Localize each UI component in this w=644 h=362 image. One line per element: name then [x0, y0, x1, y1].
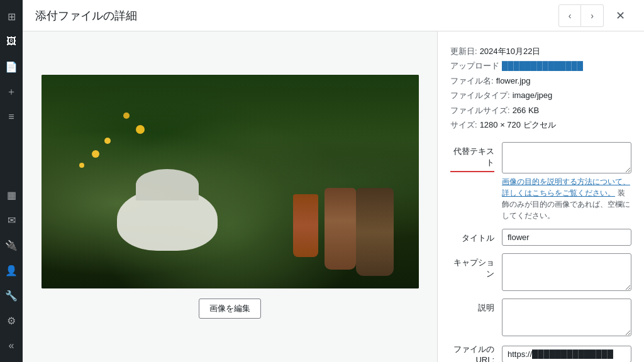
filename-row: ファイル名: flower.jpg [450, 74, 631, 88]
image-preview [42, 75, 419, 288]
comment-icon[interactable]: ✉ [0, 209, 23, 231]
dashboard-icon[interactable]: ⊞ [0, 5, 23, 28]
description-input-wrap [502, 299, 631, 336]
header: 添付ファイルの詳細 ‹ › ✕ [23, 0, 644, 31]
image-panel: 画像を編集 [23, 31, 438, 362]
upload-label: アップロード [450, 58, 499, 73]
settings-icon[interactable]: ⚙ [0, 309, 23, 332]
header-nav: ‹ › ✕ [558, 4, 631, 27]
url-input[interactable] [502, 346, 631, 362]
bottle1-decoration [293, 194, 318, 257]
flower-dot [104, 138, 111, 144]
title-input[interactable] [502, 229, 631, 246]
caption-label: キャプション [450, 253, 494, 280]
caption-input-wrap [502, 253, 631, 291]
body-area: 画像を編集 更新日: 2024年10月22日 アップロード ██████████… [23, 31, 644, 362]
dimensions-value: 1280 × 720 ピクセル [480, 118, 556, 132]
block-icon[interactable]: ▦ [0, 184, 23, 206]
main-content: 添付ファイルの詳細 ‹ › ✕ [23, 0, 644, 362]
filesize-row: ファイルサイズ: 266 KB [450, 103, 631, 118]
filetype-label: ファイルタイプ: [450, 88, 510, 102]
page-title: 添付ファイルの詳細 [35, 8, 137, 23]
close-button[interactable]: ✕ [609, 4, 631, 27]
filetype-value: image/jpeg [513, 88, 553, 102]
tool-icon[interactable]: 🔧 [0, 284, 23, 307]
caption-input[interactable] [502, 253, 631, 291]
bottle3-decoration [356, 188, 394, 276]
mortar-decoration [117, 188, 218, 251]
updated-row: 更新日: 2024年10月22日 [450, 44, 631, 58]
updated-value: 2024年10月22日 [480, 44, 541, 58]
filetype-row: ファイルタイプ: image/jpeg [450, 88, 631, 102]
flower-dot [123, 112, 130, 119]
alt-text-label[interactable]: 代替テキスト [450, 146, 494, 172]
caption-row: キャプション [450, 253, 631, 291]
form-section: 代替テキスト 画像の目的を説明する方法について、詳しくはこちらをご覧ください。 … [450, 142, 631, 362]
sidebar: ⊞ 🖼 📄 ＋ ≡ ▦ ✉ 🔌 👤 🔧 ⚙ « [0, 0, 23, 362]
description-label: 説明 [450, 299, 494, 314]
url-label: ファイルの URL: [450, 344, 494, 362]
flower-dot [79, 163, 84, 168]
title-label: タイトル [450, 229, 494, 244]
flower-dot [136, 125, 145, 134]
filesize-value: 266 KB [513, 103, 540, 118]
media-icon[interactable]: 🖼 [0, 30, 23, 53]
title-row: タイトル [450, 229, 631, 246]
updated-label: 更新日: [450, 44, 477, 58]
alt-text-input[interactable] [502, 142, 631, 173]
flower-dot [92, 150, 99, 158]
next-button[interactable]: › [581, 4, 604, 27]
bottle2-decoration [325, 188, 356, 270]
user-icon[interactable]: 👤 [0, 259, 23, 282]
title-input-wrap [502, 229, 631, 246]
prev-button[interactable]: ‹ [558, 4, 581, 27]
alt-text-label-wrap: 代替テキスト [450, 142, 494, 177]
dimensions-row: サイズ: 1280 × 720 ピクセル [450, 118, 631, 132]
alt-text-link-wrap: 画像の目的を説明する方法について、詳しくはこちらをご覧ください。 装飾のみが目的… [502, 176, 631, 221]
upload-row: アップロード ██████████████ [450, 58, 631, 73]
url-section: ファイルの URL: URL をクリップボードにコピー [450, 344, 631, 362]
collapse-icon[interactable]: « [0, 334, 23, 357]
new-icon[interactable]: ＋ [0, 80, 23, 103]
alt-text-row: 代替テキスト 画像の目的を説明する方法について、詳しくはこちらをご覧ください。 … [450, 142, 631, 221]
filesize-label: ファイルサイズ: [450, 103, 510, 118]
filename-label: ファイル名: [450, 74, 494, 88]
plugin-icon[interactable]: 🔌 [0, 234, 23, 256]
alt-text-link[interactable]: 画像の目的を説明する方法について、詳しくはこちらをご覧ください。 [502, 177, 630, 197]
info-panel: 更新日: 2024年10月22日 アップロード ██████████████ フ… [438, 31, 644, 362]
alt-text-tab: 代替テキスト [450, 146, 494, 172]
dimensions-label: サイズ: [450, 118, 477, 132]
alt-text-wrap: 画像の目的を説明する方法について、詳しくはこちらをご覧ください。 装飾のみが目的… [502, 142, 631, 221]
description-input[interactable] [502, 299, 631, 336]
file-info: 更新日: 2024年10月22日 アップロード ██████████████ フ… [450, 44, 631, 132]
rule-icon[interactable]: ≡ [0, 106, 23, 128]
upload-value[interactable]: ██████████████ [502, 58, 583, 73]
edit-image-button[interactable]: 画像を編集 [199, 299, 261, 319]
image-inner [42, 75, 419, 288]
filename-value: flower.jpg [496, 74, 531, 88]
pages-icon[interactable]: 📄 [0, 55, 23, 78]
description-row: 説明 [450, 299, 631, 336]
url-row: ファイルの URL: [450, 344, 631, 362]
